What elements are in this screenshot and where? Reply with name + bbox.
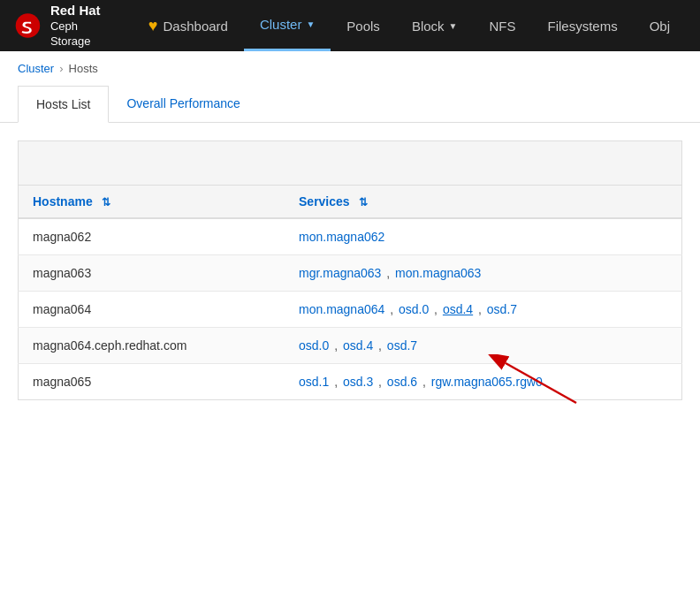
service-separator: , — [419, 375, 430, 389]
cell-services: mon.magna064 , osd.0 , osd.4 , osd.7 — [285, 292, 681, 328]
cluster-dropdown-icon: ▼ — [306, 19, 315, 29]
service-link[interactable]: mon.magna062 — [299, 230, 384, 244]
service-link[interactable]: mgr.magna063 — [299, 266, 381, 280]
heartbeat-icon: ♥ — [148, 17, 158, 35]
tab-hosts-list[interactable]: Hosts List — [18, 86, 109, 123]
hosts-table: Hostname ⇅ Services ⇅ magna062mon.magna0… — [18, 185, 682, 400]
table-row: magna063mgr.magna063 , mon.magna063 — [19, 255, 682, 292]
tabs-container: Hosts List Overall Performance — [0, 86, 700, 123]
service-link[interactable]: osd.1 — [299, 375, 329, 389]
nav-block[interactable]: Block ▼ — [396, 0, 474, 51]
service-link[interactable]: mon.magna063 — [395, 266, 481, 280]
service-link[interactable]: mon.magna064 — [299, 302, 384, 316]
cell-services: mon.magna062 — [285, 218, 681, 255]
nav-pools[interactable]: Pools — [331, 0, 396, 51]
cell-hostname: magna064 — [19, 292, 285, 328]
service-separator: , — [375, 375, 385, 389]
cell-hostname: magna065 — [19, 364, 285, 400]
logo-text: Red Hat Ceph Storage — [50, 2, 111, 49]
service-separator: , — [386, 302, 397, 316]
breadcrumb-parent[interactable]: Cluster — [18, 62, 54, 75]
hostname-sort-icon: ⇅ — [102, 196, 110, 209]
nav-dashboard[interactable]: ♥ Dashboard — [133, 0, 244, 51]
service-link[interactable]: osd.3 — [343, 375, 373, 389]
tab-overall-performance[interactable]: Overall Performance — [109, 86, 257, 123]
annotation-container: Hostname ⇅ Services ⇅ magna062mon.magna0… — [18, 185, 682, 400]
service-link[interactable]: osd.4 — [443, 302, 473, 316]
table-header-row: Hostname ⇅ Services ⇅ — [19, 186, 682, 219]
col-services[interactable]: Services ⇅ — [285, 186, 681, 219]
cell-services: osd.1 , osd.3 , osd.6 , rgw.magna065.rgw… — [285, 364, 681, 400]
table-section: Hostname ⇅ Services ⇅ magna062mon.magna0… — [0, 123, 700, 418]
table-row: magna065osd.1 , osd.3 , osd.6 , rgw.magn… — [19, 364, 682, 400]
service-separator: , — [331, 375, 341, 389]
cell-services: mgr.magna063 , mon.magna063 — [285, 255, 681, 292]
nav-filesystems[interactable]: Filesystems — [531, 0, 633, 51]
service-link[interactable]: osd.7 — [387, 338, 417, 353]
service-separator: , — [430, 302, 441, 316]
main-nav: ♥ Dashboard Cluster ▼ Pools Block ▼ NFS … — [133, 0, 686, 51]
col-hostname[interactable]: Hostname ⇅ — [19, 186, 285, 219]
service-link[interactable]: osd.0 — [299, 338, 329, 353]
table-row: magna064mon.magna064 , osd.0 , osd.4 , o… — [19, 292, 682, 328]
cell-hostname: magna064.ceph.redhat.com — [19, 328, 285, 364]
service-separator: , — [475, 302, 485, 316]
service-separator: , — [331, 338, 341, 353]
table-row: magna062mon.magna062 — [19, 218, 682, 255]
nav-cluster[interactable]: Cluster ▼ — [244, 0, 331, 51]
svg-point-0 — [16, 13, 40, 37]
topbar: Red Hat Ceph Storage ♥ Dashboard Cluster… — [0, 0, 700, 51]
service-link[interactable]: osd.0 — [399, 302, 429, 316]
breadcrumb: Cluster › Hosts — [0, 51, 700, 86]
service-separator: , — [383, 266, 393, 280]
cell-hostname: magna063 — [19, 255, 285, 292]
redhat-logo-icon — [14, 10, 42, 42]
service-link[interactable]: osd.7 — [487, 302, 517, 316]
logo-area: Red Hat Ceph Storage — [14, 2, 111, 49]
cell-hostname: magna062 — [19, 218, 285, 255]
nav-obj[interactable]: Obj — [634, 0, 686, 51]
service-link[interactable]: osd.4 — [343, 338, 373, 353]
table-row: magna064.ceph.redhat.comosd.0 , osd.4 , … — [19, 328, 682, 364]
services-sort-icon: ⇅ — [359, 196, 368, 209]
nav-nfs[interactable]: NFS — [473, 0, 531, 51]
service-link[interactable]: osd.6 — [387, 375, 417, 389]
table-toolbar — [18, 140, 682, 185]
service-link[interactable]: rgw.magna065.rgw0 — [431, 375, 543, 389]
block-dropdown-icon: ▼ — [449, 21, 458, 31]
service-separator: , — [375, 338, 385, 353]
breadcrumb-current: Hosts — [69, 62, 98, 75]
cell-services: osd.0 , osd.4 , osd.7 — [285, 328, 681, 364]
breadcrumb-separator: › — [59, 62, 63, 75]
